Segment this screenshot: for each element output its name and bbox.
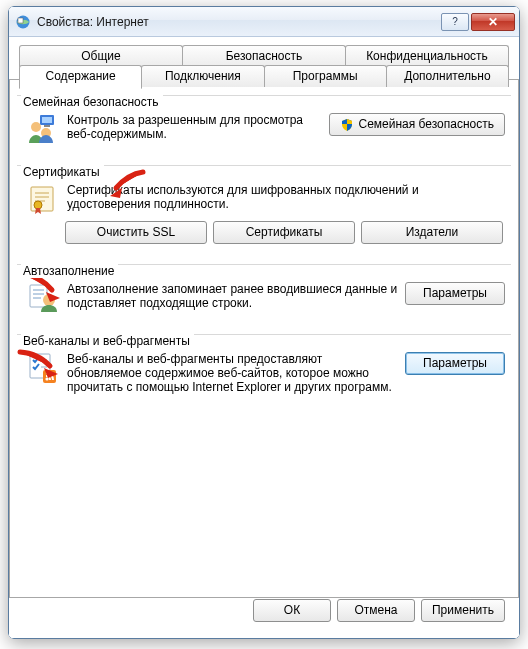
group-title-feeds: Веб-каналы и веб-фрагменты: [21, 334, 194, 348]
family-safety-icon: [27, 113, 59, 145]
tab-privacy[interactable]: Конфиденциальность: [345, 45, 509, 67]
clear-ssl-button[interactable]: Очистить SSL: [65, 221, 207, 244]
help-button[interactable]: ?: [441, 13, 469, 31]
apply-button[interactable]: Применить: [421, 599, 505, 622]
family-safety-button[interactable]: Семейная безопасность: [329, 113, 505, 136]
certificates-text: Сертификаты используются для шифрованных…: [67, 183, 505, 211]
close-button[interactable]: ✕: [471, 13, 515, 31]
certificate-icon: [27, 183, 59, 215]
group-title-autocomplete: Автозаполнение: [21, 264, 118, 278]
cancel-button[interactable]: Отмена: [337, 599, 415, 622]
internet-options-icon: [15, 14, 31, 30]
tab-content[interactable]: Содержание: [19, 65, 142, 89]
publishers-button[interactable]: Издатели: [361, 221, 503, 244]
uac-shield-icon: [340, 118, 354, 132]
group-certificates: Сертификаты Сертификаты используются для…: [17, 157, 511, 250]
autocomplete-icon: [27, 282, 59, 314]
feeds-icon: [27, 352, 59, 384]
family-safety-button-label: Семейная безопасность: [358, 114, 494, 135]
ok-button[interactable]: ОК: [253, 599, 331, 622]
family-safety-text: Контроль за разрешенным для просмотра ве…: [67, 113, 329, 141]
svg-rect-3: [42, 117, 52, 123]
feeds-settings-button[interactable]: Параметры: [405, 352, 505, 375]
group-feeds: Веб-каналы и веб-фрагменты: [17, 326, 511, 400]
group-title-family: Семейная безопасность: [21, 95, 163, 109]
svg-point-21: [45, 377, 48, 380]
svg-point-11: [34, 201, 42, 209]
dialog-window: Свойства: Интернет ? ✕ Общие Безопасност…: [8, 6, 520, 639]
svg-point-16: [43, 294, 55, 306]
group-family-safety: Семейная безопасность Контро: [17, 87, 511, 151]
autocomplete-text: Автозаполнение запоминает ранее вводивши…: [67, 282, 405, 310]
tab-advanced[interactable]: Дополнительно: [386, 65, 509, 87]
autocomplete-settings-button[interactable]: Параметры: [405, 282, 505, 305]
tab-strip: Общие Безопасность Конфиденциальность Со…: [19, 45, 509, 89]
svg-rect-1: [18, 18, 23, 23]
tab-programs[interactable]: Программы: [264, 65, 387, 87]
window-title: Свойства: Интернет: [37, 15, 439, 29]
svg-rect-4: [44, 125, 50, 127]
certificates-button[interactable]: Сертификаты: [213, 221, 355, 244]
dialog-buttons: ОК Отмена Применить: [253, 599, 505, 622]
feeds-text: Веб-каналы и веб-фрагменты предоставляют…: [67, 352, 405, 394]
group-autocomplete: Автозаполнение Автозаполнение запоминает…: [17, 256, 511, 320]
tab-connections[interactable]: Подключения: [141, 65, 264, 87]
group-title-certs: Сертификаты: [21, 165, 104, 179]
tab-security[interactable]: Безопасность: [182, 45, 346, 67]
titlebar[interactable]: Свойства: Интернет ? ✕: [9, 7, 519, 37]
svg-point-5: [31, 122, 41, 132]
tab-general[interactable]: Общие: [19, 45, 183, 67]
